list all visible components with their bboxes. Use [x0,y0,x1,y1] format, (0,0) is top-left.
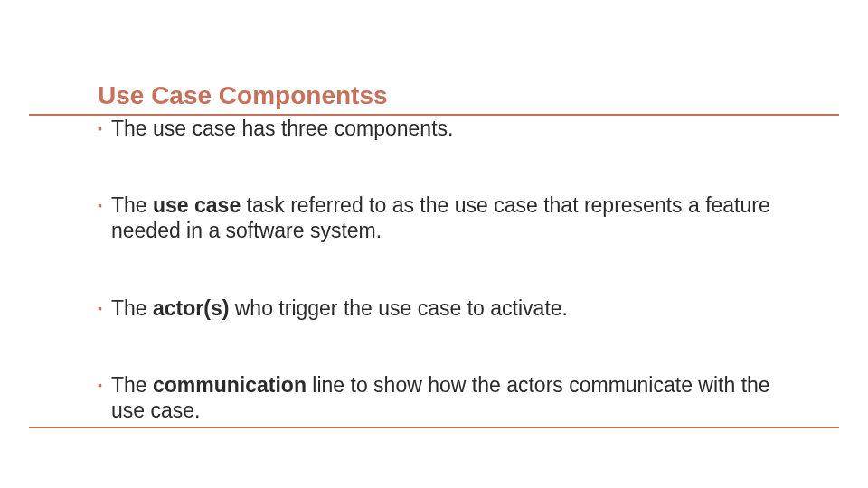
bullet-icon: ▪ [98,116,102,141]
bullet-icon: ▪ [98,296,102,321]
text-post: who trigger the use case to activate. [229,296,568,320]
text-pre: The use case has three components. [111,117,453,140]
text-pre: The [111,373,153,397]
list-item-text: The communication line to show how the a… [111,372,778,423]
text-bold: actor(s) [153,296,229,320]
list-item: ▪ The actor(s) who trigger the use case … [98,296,778,321]
list-item-text: The actor(s) who trigger the use case to… [111,296,778,321]
list-item: ▪ The use case task referred to as the u… [98,192,778,243]
bullet-icon: ▪ [98,372,102,398]
slide-body: ▪ The use case has three components. ▪ T… [98,116,778,423]
slide: Use Case Componentss ▪ The use case has … [0,0,868,488]
list-item-text: The use case task referred to as the use… [111,192,778,243]
list-item-text: The use case has three components. [111,116,778,141]
text-pre: The [111,296,153,320]
slide-title: Use Case Componentss [98,81,778,110]
bullet-icon: ▪ [98,192,102,218]
text-bold: communication [153,373,307,397]
text-pre: The [111,193,153,217]
list-item: ▪ The use case has three components. [98,116,778,141]
text-bold: use case [153,193,241,217]
divider-bottom [29,427,839,428]
list-item: ▪ The communication line to show how the… [98,372,778,423]
